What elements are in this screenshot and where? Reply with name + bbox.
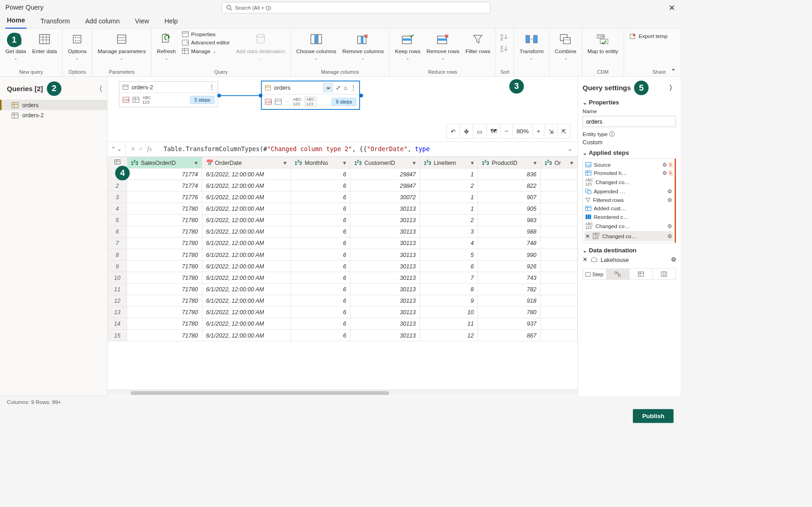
cell[interactable]: 6/1/2022, 12:00:00 AM xyxy=(202,249,291,260)
cell[interactable] xyxy=(540,306,578,318)
cell[interactable]: 71780 xyxy=(127,283,202,295)
cell[interactable]: 926 xyxy=(478,261,540,272)
schema-view-button[interactable] xyxy=(653,269,676,279)
step-view-button[interactable]: Step xyxy=(583,269,606,279)
cell[interactable]: 71780 xyxy=(127,261,202,272)
cell[interactable]: 5 xyxy=(420,249,478,260)
connector-dot[interactable] xyxy=(259,93,262,97)
data-grid[interactable]: 123 SalesOrderID ▾📅 OrderDate ▾123 Month… xyxy=(108,157,578,341)
keep-rows-button[interactable]: Keep rows⌄ xyxy=(392,30,422,62)
cell[interactable]: 6 xyxy=(291,237,350,249)
connector-dot[interactable] xyxy=(359,93,363,97)
cell[interactable]: 988 xyxy=(478,226,540,237)
cell[interactable]: 6/1/2022, 12:00:00 AM xyxy=(202,329,291,341)
cell[interactable]: 6/1/2022, 12:00:00 AM xyxy=(202,214,291,226)
step-settings-button[interactable]: ⚙ xyxy=(662,162,667,168)
applied-step[interactable]: Added cust… xyxy=(584,204,673,213)
sort-asc-button[interactable]: AZ xyxy=(501,33,509,41)
cell[interactable] xyxy=(540,261,578,272)
cell[interactable]: 71780 xyxy=(127,214,202,226)
cell[interactable]: 71780 xyxy=(127,226,202,237)
cell[interactable]: 6 xyxy=(420,261,478,272)
table-view-button[interactable] xyxy=(629,269,653,279)
cell[interactable]: 71780 xyxy=(127,295,202,306)
horizontal-scrollbar[interactable] xyxy=(108,390,578,396)
cell[interactable] xyxy=(540,272,578,283)
table-row[interactable]: 7717806/1/2022, 12:00:00 AM6301134748 xyxy=(108,237,578,249)
cell[interactable]: 3 xyxy=(420,226,478,237)
tab-add-column[interactable]: Add column xyxy=(84,16,121,28)
cell[interactable]: 29847 xyxy=(350,180,420,191)
sort-desc-button[interactable]: ZA xyxy=(501,44,509,53)
table-row[interactable]: 2717746/1/2022, 12:00:00 AM6298472822 xyxy=(108,180,578,191)
row-number[interactable]: 5 xyxy=(108,214,127,226)
cell[interactable] xyxy=(540,226,578,237)
column-header[interactable]: 123 Or ▾ xyxy=(540,157,578,168)
cell[interactable]: 918 xyxy=(478,295,540,306)
cell[interactable]: 1 xyxy=(420,191,478,203)
table-row[interactable]: 10717806/1/2022, 12:00:00 AM6301137743 xyxy=(108,272,578,283)
cell[interactable]: 10 xyxy=(420,306,478,318)
cell[interactable]: 6 xyxy=(291,168,350,180)
cell[interactable] xyxy=(540,180,578,191)
tab-help[interactable]: Help xyxy=(163,16,180,28)
table-row[interactable]: 9717806/1/2022, 12:00:00 AM6301136926 xyxy=(108,261,578,272)
row-number[interactable]: 15 xyxy=(108,329,127,341)
cell[interactable]: 1 xyxy=(420,203,478,214)
row-number[interactable]: 13 xyxy=(108,306,127,318)
cell[interactable]: 822 xyxy=(478,180,540,191)
cell[interactable]: 6/1/2022, 12:00:00 AM xyxy=(202,168,291,180)
column-header[interactable]: 📅 OrderDate ▾ xyxy=(202,157,291,168)
cell[interactable]: 12 xyxy=(420,329,478,341)
cell[interactable]: 6 xyxy=(291,180,350,191)
cell[interactable]: 30113 xyxy=(350,214,420,226)
tab-transform[interactable]: Transform xyxy=(39,16,71,28)
add-data-destination-button[interactable]: Add data destination⌄ xyxy=(234,30,287,62)
cell[interactable]: 6 xyxy=(291,249,350,260)
diagram-view[interactable]: 3 orders-2⋮ CSV ABC123 3 steps orders ⫘ … xyxy=(108,77,578,142)
row-number[interactable]: 11 xyxy=(108,283,127,295)
cell[interactable]: 4 xyxy=(420,237,478,249)
cell[interactable]: 6/1/2022, 12:00:00 AM xyxy=(202,261,291,272)
cell[interactable]: 71780 xyxy=(127,329,202,341)
cell[interactable]: 30113 xyxy=(350,226,420,237)
cell[interactable]: 30113 xyxy=(350,203,420,214)
collapse-in-button[interactable]: ⇲ xyxy=(545,125,557,138)
formula-cancel-button[interactable]: ✕ xyxy=(131,146,135,152)
cell[interactable] xyxy=(540,283,578,295)
map-to-entity-button[interactable]: CDM Map to entity xyxy=(585,30,621,56)
cell[interactable]: 6/1/2022, 12:00:00 AM xyxy=(202,180,291,191)
connector-dot[interactable] xyxy=(217,93,221,97)
cell[interactable]: 780 xyxy=(478,306,540,318)
expand-icon[interactable]: ⤢ xyxy=(336,84,341,91)
query-name-input[interactable] xyxy=(583,116,676,127)
dest-settings-button[interactable]: ⚙ xyxy=(671,256,676,263)
cell[interactable]: 905 xyxy=(478,203,540,214)
column-header[interactable]: 123 SalesOrderID ▾ xyxy=(127,157,202,168)
cell[interactable]: 30072 xyxy=(350,191,420,203)
row-number[interactable]: 9 xyxy=(108,261,127,272)
cell[interactable]: 2 xyxy=(420,180,478,191)
diagram-node-orders-2[interactable]: orders-2⋮ CSV ABC123 3 steps xyxy=(119,82,218,107)
table-row[interactable]: 4717806/1/2022, 12:00:00 AM6301131905 xyxy=(108,203,578,214)
remove-rows-button[interactable]: Remove rows⌄ xyxy=(424,30,462,62)
table-row[interactable]: 1717746/1/2022, 12:00:00 AM6298471836 xyxy=(108,168,578,180)
enter-data-button[interactable]: Enter data xyxy=(30,30,59,56)
undo-button[interactable]: ↶ xyxy=(447,125,460,138)
remove-columns-button[interactable]: Remove columns⌄ xyxy=(340,30,386,62)
cell[interactable]: 11 xyxy=(420,318,478,329)
row-number[interactable]: 4 xyxy=(108,203,127,214)
table-row[interactable]: 5717806/1/2022, 12:00:00 AM6301132983 xyxy=(108,214,578,226)
filter-rows-button[interactable]: Filter rows xyxy=(463,30,492,56)
cell[interactable]: 6/1/2022, 12:00:00 AM xyxy=(202,306,291,318)
cell[interactable] xyxy=(540,318,578,329)
queries-collapse-chevron[interactable]: 〈 xyxy=(96,84,103,93)
cell[interactable]: 30113 xyxy=(350,318,420,329)
map-button[interactable]: 🗺 xyxy=(487,125,501,138)
properties-section[interactable]: Properties xyxy=(583,99,676,106)
publish-button[interactable]: Publish xyxy=(633,409,674,423)
cell[interactable]: 2 xyxy=(420,214,478,226)
cell[interactable]: 6/1/2022, 12:00:00 AM xyxy=(202,272,291,283)
applied-step[interactable]: Reordered c… xyxy=(584,213,673,221)
tab-view[interactable]: View xyxy=(133,16,150,28)
